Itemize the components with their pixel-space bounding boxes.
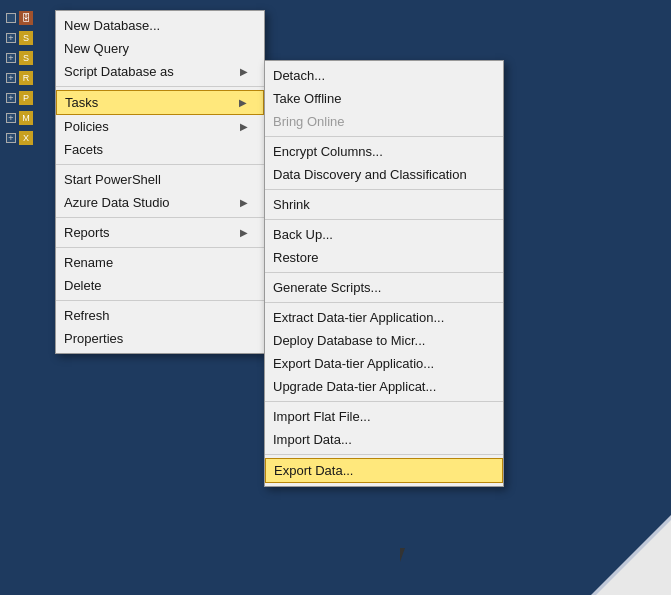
expand-icon-p1: + bbox=[6, 93, 16, 103]
expand-icon-r1: + bbox=[6, 73, 16, 83]
m1-icon: M bbox=[19, 111, 33, 125]
sub-separator-1 bbox=[265, 136, 503, 137]
arrow-icon: ▶ bbox=[240, 66, 248, 77]
submenu-item-deploy-database[interactable]: Deploy Database to Micr... bbox=[265, 329, 503, 352]
submenu-item-shrink[interactable]: Shrink bbox=[265, 193, 503, 216]
separator-5 bbox=[56, 300, 264, 301]
menu-item-reports[interactable]: Reports ▶ bbox=[56, 221, 264, 244]
submenu-item-export-data[interactable]: Export Data... bbox=[265, 458, 503, 483]
s2-icon: S bbox=[19, 51, 33, 65]
menu-item-refresh[interactable]: Refresh bbox=[56, 304, 264, 327]
submenu-item-backup[interactable]: Back Up... bbox=[265, 223, 503, 246]
separator-1 bbox=[56, 86, 264, 87]
separator-3 bbox=[56, 217, 264, 218]
menu-item-tasks[interactable]: Tasks ▶ bbox=[56, 90, 264, 115]
submenu-item-generate-scripts[interactable]: Generate Scripts... bbox=[265, 276, 503, 299]
menu-item-delete[interactable]: Delete bbox=[56, 274, 264, 297]
menu-item-facets[interactable]: Facets bbox=[56, 138, 264, 161]
page-curl-decoration bbox=[591, 515, 671, 595]
sub-separator-4 bbox=[265, 272, 503, 273]
submenu-item-take-offline[interactable]: Take Offline bbox=[265, 87, 503, 110]
menu-item-new-database[interactable]: New Database... bbox=[56, 14, 264, 37]
reports-arrow-icon: ▶ bbox=[240, 227, 248, 238]
menu-item-properties[interactable]: Properties bbox=[56, 327, 264, 350]
expand-icon-m1: + bbox=[6, 113, 16, 123]
azure-arrow-icon: ▶ bbox=[240, 197, 248, 208]
db-icon: 🗄 bbox=[19, 11, 33, 25]
submenu-item-detach[interactable]: Detach... bbox=[265, 64, 503, 87]
tasks-submenu: Detach... Take Offline Bring Online Encr… bbox=[264, 60, 504, 487]
context-menu: New Database... New Query Script Databas… bbox=[55, 10, 265, 354]
sub-separator-2 bbox=[265, 189, 503, 190]
p1-icon: P bbox=[19, 91, 33, 105]
separator-2 bbox=[56, 164, 264, 165]
policies-arrow-icon: ▶ bbox=[240, 121, 248, 132]
separator-4 bbox=[56, 247, 264, 248]
submenu-item-import-flat-file[interactable]: Import Flat File... bbox=[265, 405, 503, 428]
submenu-item-extract-data-tier[interactable]: Extract Data-tier Application... bbox=[265, 306, 503, 329]
submenu-item-restore[interactable]: Restore bbox=[265, 246, 503, 269]
expand-icon-x1: + bbox=[6, 133, 16, 143]
menu-item-policies[interactable]: Policies ▶ bbox=[56, 115, 264, 138]
submenu-item-data-discovery[interactable]: Data Discovery and Classification bbox=[265, 163, 503, 186]
sub-separator-7 bbox=[265, 454, 503, 455]
expand-icon-s1: + bbox=[6, 33, 16, 43]
submenu-item-bring-online[interactable]: Bring Online bbox=[265, 110, 503, 133]
submenu-item-import-data[interactable]: Import Data... bbox=[265, 428, 503, 451]
x1-icon: X bbox=[19, 131, 33, 145]
submenu-item-encrypt-columns[interactable]: Encrypt Columns... bbox=[265, 140, 503, 163]
sub-separator-3 bbox=[265, 219, 503, 220]
r1-icon: R bbox=[19, 71, 33, 85]
expand-icon bbox=[6, 13, 16, 23]
menu-item-azure-data-studio[interactable]: Azure Data Studio ▶ bbox=[56, 191, 264, 214]
sub-separator-5 bbox=[265, 302, 503, 303]
tasks-arrow-icon: ▶ bbox=[239, 97, 247, 108]
mouse-cursor bbox=[400, 548, 412, 566]
sub-separator-6 bbox=[265, 401, 503, 402]
menu-item-start-powershell[interactable]: Start PowerShell bbox=[56, 168, 264, 191]
menu-item-new-query[interactable]: New Query bbox=[56, 37, 264, 60]
s1-icon: S bbox=[19, 31, 33, 45]
expand-icon-s2: + bbox=[6, 53, 16, 63]
submenu-item-upgrade-data-tier[interactable]: Upgrade Data-tier Applicat... bbox=[265, 375, 503, 398]
menu-item-rename[interactable]: Rename bbox=[56, 251, 264, 274]
submenu-item-export-data-tier[interactable]: Export Data-tier Applicatio... bbox=[265, 352, 503, 375]
menu-item-script-database[interactable]: Script Database as ▶ bbox=[56, 60, 264, 83]
